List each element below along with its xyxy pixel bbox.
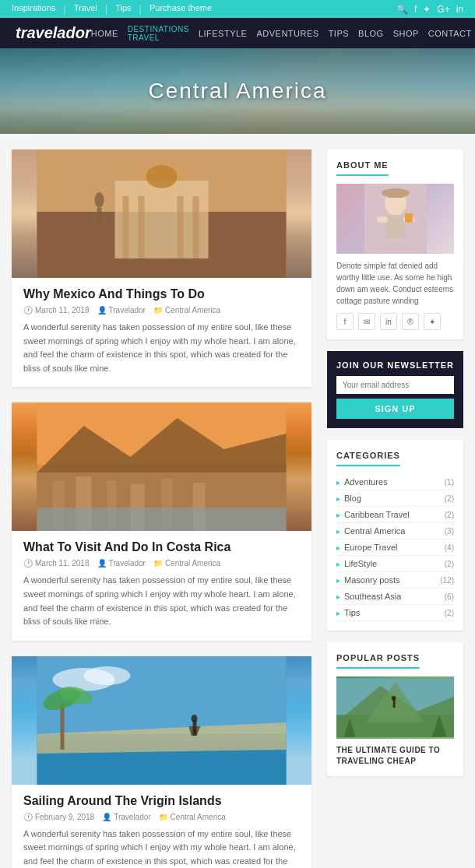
svg-rect-8 (178, 196, 184, 258)
nav-shop[interactable]: SHOP (393, 29, 419, 38)
popular-posts-title: POPULAR POSTS (336, 653, 420, 669)
post-category[interactable]: 📁 Central America (153, 306, 220, 315)
content-area: Why Mexico And Things To Do 🕐 March 11, … (12, 149, 311, 868)
top-link-tips[interactable]: Tips (115, 3, 131, 15)
post-image-virgin (12, 656, 311, 785)
social-twitter[interactable]: ✦ (424, 313, 441, 330)
popular-post-image (336, 676, 454, 739)
svg-rect-39 (388, 190, 403, 198)
main-container: Why Mexico And Things To Do 🕐 March 11, … (0, 134, 475, 868)
sidebar: ABOUT ME Denote sim (327, 149, 463, 868)
google-plus-icon[interactable]: G+ (437, 4, 449, 15)
top-bar-icons: 🔍 f ✦ G+ in (396, 4, 463, 15)
post-excerpt: A wonderful serenity has taken possessio… (23, 574, 300, 628)
hero-title: Central America (148, 79, 326, 104)
post-date-icon: 🕐 February 9, 2018 (23, 813, 94, 821)
svg-rect-30 (61, 703, 65, 750)
twitter-icon[interactable]: ✦ (423, 4, 431, 15)
post-image-mexico (12, 149, 311, 278)
category-item[interactable]: Masonry posts(12) (336, 572, 454, 589)
nav-blog[interactable]: BLOG (358, 29, 384, 38)
category-item[interactable]: LifeStyle(2) (336, 556, 454, 572)
svg-rect-41 (377, 216, 388, 223)
linkedin-icon[interactable]: in (456, 4, 463, 15)
social-pinterest[interactable]: ® (402, 313, 419, 330)
categories-title: CATEGORIES (336, 451, 400, 466)
nav-tips[interactable]: TIPS (329, 29, 349, 38)
nav-lifestyle[interactable]: LIFESTYLE (199, 29, 248, 38)
nav-adventures[interactable]: ADVENTURES (256, 29, 318, 38)
about-section: ABOUT ME Denote sim (327, 149, 463, 339)
post-body: What To Visit And Do In Costa Rica 🕐 Mar… (12, 531, 311, 640)
social-facebook[interactable]: f (336, 313, 354, 330)
nav-home[interactable]: HOME (91, 29, 118, 38)
post-body: Sailing Around The Vrigin Islands 🕐 Febr… (12, 785, 311, 868)
about-social-icons: f ✉ in ® ✦ (336, 313, 454, 330)
svg-point-34 (192, 715, 198, 722)
post-title[interactable]: Why Mexico And Things To Do (23, 287, 300, 301)
nav-contact[interactable]: CONTACT (428, 29, 472, 38)
social-instagram[interactable]: ✉ (358, 313, 375, 330)
post-image-costa (12, 402, 311, 531)
newsletter-signup-button[interactable]: SIGN UP (336, 399, 454, 419)
search-icon[interactable]: 🔍 (396, 4, 408, 15)
post-category[interactable]: 📁 Central America (159, 813, 226, 821)
post-title[interactable]: Sailing Around The Vrigin Islands (23, 794, 300, 808)
top-bar-links: Inspirations | Travel | Tips | Purchase … (12, 3, 212, 15)
about-title: ABOUT ME (336, 160, 389, 176)
svg-rect-43 (405, 213, 413, 223)
svg-rect-9 (193, 196, 199, 258)
post-meta: 🕐 March 11, 2018 👤 Travelador 📁 Central … (23, 306, 300, 315)
about-text: Denote simple fat denied add worthy litt… (336, 260, 454, 307)
top-link-inspirations[interactable]: Inspirations (12, 3, 55, 15)
post-author: 👤 Travelador (97, 559, 146, 568)
popular-post-title[interactable]: THE ULTIMATE GUIDE TO TRAVELING CHEAP (336, 745, 454, 767)
svg-rect-40 (386, 215, 405, 238)
main-nav: HOME DESTINATIONS TRAVEL LIFESTYLE ADVEN… (91, 25, 475, 42)
newsletter-section: JOIN OUR NEWSLETTER SIGN UP (327, 351, 463, 428)
svg-rect-23 (37, 508, 287, 531)
popular-posts-section: POPULAR POSTS THE ULTIMATE GUI (327, 642, 463, 776)
post-excerpt: A wonderful serenity has taken possessio… (23, 828, 300, 868)
post-date-icon: 🕐 March 11, 2018 (23, 559, 90, 568)
svg-point-10 (95, 192, 104, 208)
category-item[interactable]: Europe Travel(4) (336, 539, 454, 556)
category-item[interactable]: Blog(2) (336, 490, 454, 507)
post-card: Sailing Around The Vrigin Islands 🕐 Febr… (12, 656, 311, 868)
post-meta: 🕐 February 9, 2018 👤 Travelador 📁 Centra… (23, 813, 300, 821)
category-item[interactable]: Tips(2) (336, 605, 454, 621)
svg-rect-6 (123, 196, 129, 258)
post-meta: 🕐 March 11, 2018 👤 Travelador 📁 Central … (23, 559, 300, 568)
newsletter-email-input[interactable] (336, 376, 454, 394)
post-excerpt: A wonderful serenity has taken possessio… (23, 321, 300, 375)
nav-destinations[interactable]: DESTINATIONS TRAVEL (128, 25, 189, 42)
about-image (336, 184, 454, 254)
category-list: Adventures(1) Blog(2) Caribbean Travel(2… (336, 474, 454, 621)
svg-point-5 (146, 165, 178, 188)
category-item[interactable]: Southeast Asia(6) (336, 589, 454, 605)
svg-point-27 (84, 666, 131, 685)
post-date-icon: 🕐 March 11, 2018 (23, 306, 90, 315)
post-author: 👤 Travelador (102, 813, 150, 821)
social-linkedin[interactable]: in (380, 313, 397, 330)
top-link-travel[interactable]: Travel (74, 3, 97, 15)
categories-section: CATEGORIES Adventures(1) Blog(2) Caribbe… (327, 440, 463, 631)
category-item[interactable]: Central America(3) (336, 523, 454, 539)
top-link-purchase[interactable]: Purchase theme (150, 3, 212, 15)
category-item[interactable]: Caribbean Travel(2) (336, 507, 454, 523)
logo[interactable]: travelador (16, 24, 91, 42)
newsletter-title: JOIN OUR NEWSLETTER (336, 360, 454, 370)
facebook-icon[interactable]: f (414, 4, 417, 15)
post-title[interactable]: What To Visit And Do In Costa Rica (23, 540, 300, 554)
svg-point-49 (392, 696, 396, 701)
top-bar: Inspirations | Travel | Tips | Purchase … (0, 0, 475, 18)
svg-rect-7 (139, 196, 145, 258)
header: travelador HOME DESTINATIONS TRAVEL LIFE… (0, 18, 475, 48)
post-card: What To Visit And Do In Costa Rica 🕐 Mar… (12, 402, 311, 640)
hero-banner: Central America (0, 48, 475, 134)
post-card: Why Mexico And Things To Do 🕐 March 11, … (12, 149, 311, 387)
post-body: Why Mexico And Things To Do 🕐 March 11, … (12, 278, 311, 387)
post-category[interactable]: 📁 Central America (153, 559, 220, 568)
category-item[interactable]: Adventures(1) (336, 474, 454, 490)
post-author: 👤 Travelador (97, 306, 146, 315)
